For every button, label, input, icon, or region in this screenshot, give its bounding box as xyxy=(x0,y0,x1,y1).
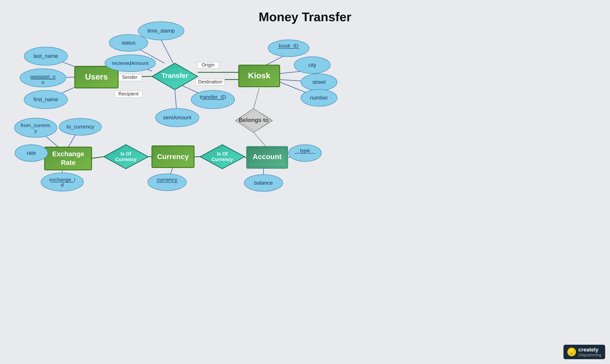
svg-text:kiosk_ID: kiosk_ID xyxy=(279,43,299,49)
svg-text:Sender: Sender xyxy=(122,75,138,80)
svg-text:to_currency: to_currency xyxy=(66,124,94,130)
watermark-icon: 💡 xyxy=(567,348,576,356)
svg-text:Is Of: Is Of xyxy=(121,151,131,156)
svg-text:transfer_ID: transfer_ID xyxy=(200,94,226,100)
svg-text:Destination: Destination xyxy=(198,79,222,84)
diagram-svg: Sender Recipient Origin Destination User… xyxy=(0,0,610,364)
svg-text:Origin: Origin xyxy=(202,62,214,67)
svg-text:d: d xyxy=(61,182,64,188)
svg-text:Currency: Currency xyxy=(157,153,189,161)
svg-text:passport_n: passport_n xyxy=(30,74,55,79)
svg-text:sentAmount: sentAmount xyxy=(163,115,191,120)
svg-text:Currency: Currency xyxy=(212,157,233,162)
svg-text:o: o xyxy=(41,79,44,85)
svg-line-19 xyxy=(254,133,266,147)
svg-line-18 xyxy=(254,88,259,108)
svg-text:last_name: last_name xyxy=(34,53,58,59)
svg-text:currency: currency xyxy=(157,177,177,183)
svg-text:Recipient: Recipient xyxy=(118,91,139,96)
svg-text:exchange_i: exchange_i xyxy=(49,177,75,182)
svg-line-3 xyxy=(161,40,173,63)
svg-text:Users: Users xyxy=(85,72,108,81)
svg-text:street: street xyxy=(312,79,325,85)
svg-text:Account: Account xyxy=(253,153,282,161)
svg-text:first_name: first_name xyxy=(34,96,58,103)
svg-text:Kiosk: Kiosk xyxy=(248,71,271,80)
svg-text:Rate: Rate xyxy=(61,159,76,166)
svg-text:Belongs to: Belongs to xyxy=(239,117,269,123)
svg-text:Currency: Currency xyxy=(115,157,137,162)
svg-text:city: city xyxy=(308,62,316,68)
svg-text:Transfer: Transfer xyxy=(162,72,188,79)
svg-line-24 xyxy=(92,157,104,158)
watermark-name: creately xyxy=(578,347,601,353)
svg-text:number: number xyxy=(310,95,328,101)
svg-text:from_currenc: from_currenc xyxy=(21,122,51,128)
watermark-sub: Diagramming xyxy=(578,353,601,357)
svg-text:time_stamp: time_stamp xyxy=(147,28,175,34)
svg-text:status: status xyxy=(121,40,136,46)
svg-text:recievedAmount: recievedAmount xyxy=(112,60,149,66)
watermark: 💡 creately Diagramming xyxy=(563,345,605,359)
diagram-container: Money Transfer xyxy=(0,0,610,364)
svg-text:rate: rate xyxy=(27,150,36,156)
svg-text:type: type xyxy=(300,147,310,154)
svg-text:y: y xyxy=(35,128,37,133)
svg-text:balance: balance xyxy=(254,180,273,186)
svg-text:Is Of: Is Of xyxy=(217,151,228,156)
svg-text:Exchange: Exchange xyxy=(52,150,84,158)
